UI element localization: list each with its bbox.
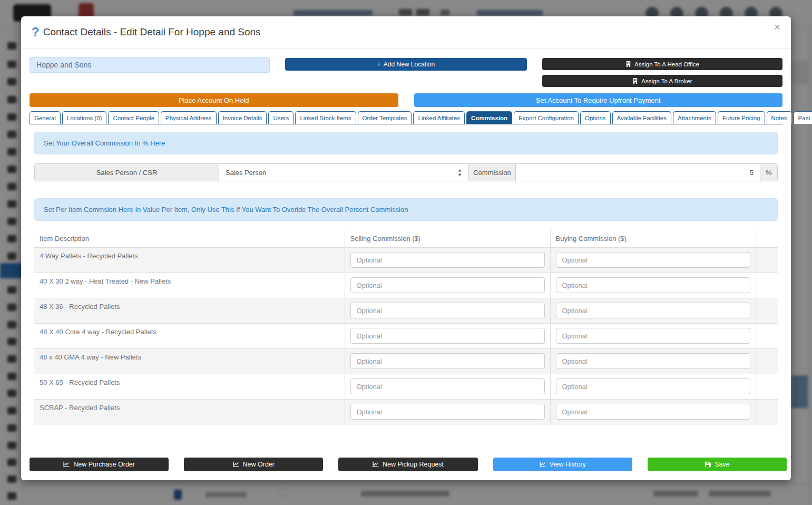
item-commission-table-wrap: Item Description Selling Commission ($) …: [34, 229, 778, 425]
building-icon: [625, 61, 631, 67]
tab-available-facilities[interactable]: Available Facilities: [612, 111, 671, 124]
item-description: 48 x 40 GMA 4 way - New Pallets: [34, 349, 345, 374]
view-history-button[interactable]: View History: [493, 458, 632, 471]
new-pickup-request-button[interactable]: New Pickup Request: [338, 458, 477, 471]
selling-commission-input[interactable]: [350, 252, 545, 268]
item-table-head: Item Description Selling Commission ($) …: [34, 229, 778, 248]
selling-commission-input[interactable]: [350, 277, 545, 293]
tab-notes[interactable]: Notes: [767, 111, 792, 124]
footer-actions: New Purchase OrderNew OrderNew Pickup Re…: [30, 458, 787, 471]
tab-users[interactable]: Users: [268, 111, 294, 124]
commission-percent-input[interactable]: [515, 163, 760, 181]
tab-general[interactable]: General: [30, 111, 61, 124]
require-upfront-payment-button[interactable]: Set Account To Require Upfront Payment: [414, 93, 783, 107]
add-new-location-button[interactable]: + Add New Location: [285, 58, 527, 71]
row-extra-cell: [756, 349, 778, 374]
selling-commission-cell: [345, 273, 550, 298]
tab-order-templates[interactable]: Order Templates: [358, 111, 412, 124]
buying-commission-input[interactable]: [556, 378, 750, 394]
item-description: 48 X 36 - Recycled Pallets: [34, 298, 345, 324]
selling-commission-input[interactable]: [350, 404, 545, 420]
item-description: 40 X 30 2 way - Heat Treated - New Palle…: [34, 273, 345, 298]
new-pickup-request-label: New Pickup Request: [383, 461, 444, 468]
row-extra-cell: [756, 374, 778, 400]
selling-commission-cell: [345, 324, 550, 349]
new-purchase-order-button[interactable]: New Purchase Order: [30, 458, 169, 471]
tab-commission[interactable]: Commission: [466, 111, 512, 124]
buying-commission-cell: [550, 324, 756, 349]
col-buying-commission: Buying Commission ($): [550, 229, 756, 248]
buying-commission-input[interactable]: [556, 252, 750, 268]
modal-header: ? Contact Details - Edit Detail For Hopp…: [21, 16, 791, 48]
buying-commission-cell: [550, 273, 756, 298]
buying-commission-cell: [550, 349, 756, 374]
item-table-body: 4 Way Pallets - Recycled Pallets40 X 30 …: [34, 248, 778, 425]
tab-locations-0[interactable]: Locations (0): [62, 111, 106, 124]
item-description: SCRAP - Recycled Pallets: [34, 400, 345, 425]
tab-options[interactable]: Options: [580, 111, 611, 124]
assign-broker-button[interactable]: Assign To A Broker: [542, 75, 782, 87]
new-order-button[interactable]: New Order: [184, 458, 323, 471]
selling-commission-cell: [345, 374, 550, 400]
selling-commission-input[interactable]: [350, 328, 545, 344]
contact-details-modal: ? Contact Details - Edit Detail For Hopp…: [21, 16, 791, 480]
sales-person-csr-label: Sales Person / CSR: [34, 163, 219, 181]
tab-linked-affiliates[interactable]: Linked Affiliates: [413, 111, 465, 124]
row-extra-cell: [756, 248, 778, 273]
selling-commission-cell: [345, 400, 550, 425]
item-description: 48 X 40 Core 4 way - Recycled Pallets: [34, 324, 345, 349]
tab-export-configuration[interactable]: Export Configuration: [514, 111, 579, 124]
buying-commission-cell: [550, 248, 756, 273]
buying-commission-input[interactable]: [556, 404, 750, 420]
sales-person-select-value: Sales Person: [226, 169, 457, 177]
assign-column: Assign To A Head Office Assign To A Brok…: [542, 58, 782, 87]
view-history-label: View History: [550, 461, 586, 468]
tab-attachments[interactable]: Attachments: [673, 111, 716, 124]
tab-bar: GeneralLocations (0)Contact PeoplePhysic…: [30, 111, 782, 124]
tab-invoice-details[interactable]: Invoice Details: [218, 111, 267, 124]
tab-future-pricing[interactable]: Future Pricing: [718, 111, 765, 124]
item-row: 48 X 40 Core 4 way - Recycled Pallets: [34, 324, 778, 349]
save-button[interactable]: Save: [648, 458, 787, 471]
item-row: 48 X 36 - Recycled Pallets: [34, 298, 778, 324]
col-extra: [756, 229, 778, 248]
selling-commission-cell: [345, 248, 550, 273]
buying-commission-input[interactable]: [556, 277, 750, 293]
selling-commission-cell: [345, 349, 550, 374]
item-description: 50 X 65 - Recycled Pallets: [34, 374, 345, 400]
account-name-input[interactable]: [30, 57, 270, 73]
help-icon: ?: [32, 26, 40, 38]
row-extra-cell: [756, 298, 778, 324]
buying-commission-input[interactable]: [556, 328, 750, 344]
sales-person-select[interactable]: Sales Person: [219, 163, 469, 181]
item-row: 48 x 40 GMA 4 way - New Pallets: [34, 349, 778, 374]
row-extra-cell: [756, 324, 778, 349]
assign-head-office-button[interactable]: Assign To A Head Office: [542, 58, 782, 70]
place-account-on-hold-button[interactable]: Place Account On Hold: [30, 93, 398, 107]
item-row: SCRAP - Recycled Pallets: [34, 400, 778, 425]
buying-commission-cell: [550, 374, 756, 400]
select-caret-icon: [457, 169, 462, 176]
tab-physical-address[interactable]: Physical Address: [161, 111, 217, 124]
row-extra-cell: [756, 273, 778, 298]
chart-line-icon: [540, 461, 546, 468]
tab-linked-stock-items[interactable]: Linked Stock Items: [295, 111, 356, 124]
new-order-label: New Order: [243, 461, 275, 468]
selling-commission-input[interactable]: [350, 378, 545, 394]
selling-commission-input[interactable]: [350, 353, 545, 369]
overall-commission-group: Sales Person / CSR Sales Person Commissi…: [34, 163, 778, 181]
tab-contact-people[interactable]: Contact People: [108, 111, 159, 124]
close-icon[interactable]: ×: [774, 22, 780, 32]
new-purchase-order-label: New Purchase Order: [73, 461, 135, 468]
col-selling-commission: Selling Commission ($): [345, 229, 550, 248]
chart-line-icon: [63, 461, 70, 468]
buying-commission-input[interactable]: [556, 303, 750, 318]
buying-commission-input[interactable]: [556, 353, 750, 369]
item-description: 4 Way Pallets - Recycled Pallets: [34, 248, 345, 273]
modal-body: + Add New Location Assign To A Head Offi…: [21, 48, 791, 433]
building-icon: [632, 78, 638, 84]
selling-commission-input[interactable]: [350, 303, 545, 318]
top-action-row: + Add New Location Assign To A Head Offi…: [30, 57, 782, 87]
screen: ? Contact Details - Edit Detail For Hopp…: [0, 0, 812, 505]
tab-past-due-payments[interactable]: Past Due Payments: [794, 111, 812, 124]
